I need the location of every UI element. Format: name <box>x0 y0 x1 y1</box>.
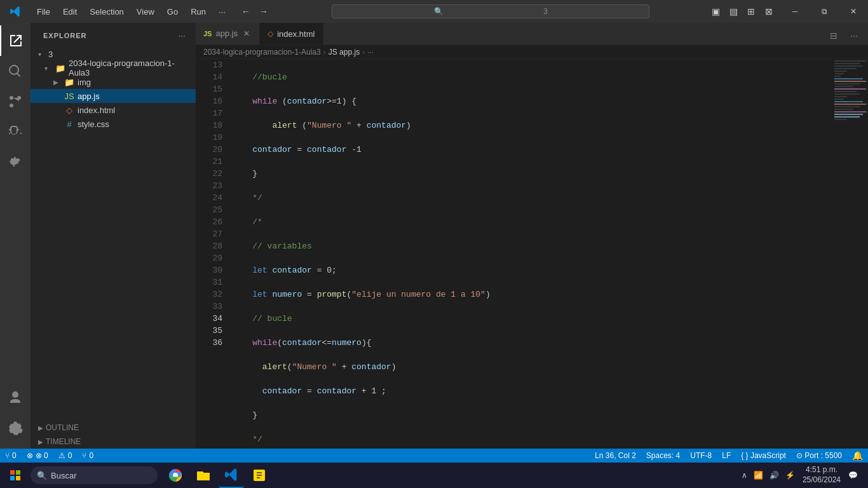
svg-rect-6 <box>834 68 857 69</box>
status-encoding[interactable]: UTF-8 <box>685 451 717 460</box>
svg-rect-27 <box>10 470 15 475</box>
chevron-right-icon: ▶ <box>53 79 64 86</box>
nav-forward[interactable]: → <box>255 3 273 20</box>
menu-more[interactable]: ··· <box>212 0 232 23</box>
status-position[interactable]: Ln 36, Col 2 <box>590 451 641 460</box>
activity-settings[interactable] <box>0 413 31 444</box>
menu-edit[interactable]: Edit <box>57 0 83 23</box>
code-line: alert ("Numero " + contador) <box>233 119 830 132</box>
svg-rect-22 <box>834 109 853 110</box>
svg-rect-14 <box>834 88 866 90</box>
breadcrumb-symbol[interactable]: ··· <box>367 48 374 57</box>
taskbar-search[interactable]: 🔍 Buscar <box>31 466 158 484</box>
activity-bottom <box>0 383 31 449</box>
restore-button[interactable]: ⧉ <box>810 0 839 23</box>
timeline-section[interactable]: ▶ TIMELINE <box>31 435 196 449</box>
taskbar-explorer[interactable] <box>247 463 272 488</box>
activity-search[interactable] <box>0 56 31 86</box>
status-git-changes[interactable]: ⑂ 0 <box>77 449 98 463</box>
code-line: contador = contador -1 <box>233 144 830 156</box>
tray-battery[interactable]: ⚡ <box>783 463 797 488</box>
activity-debug[interactable] <box>0 117 31 147</box>
status-left: ⑂ 0 ⊗ ⊗ 0 ⚠ 0 ⑂ 0 <box>0 449 98 463</box>
status-port[interactable]: ⊙ Port : 5500 <box>791 451 847 460</box>
menu-view[interactable]: View <box>130 0 161 23</box>
tray-chevron[interactable]: ∧ <box>739 463 750 488</box>
svg-point-2 <box>10 96 13 100</box>
sidebar-file-stylecss[interactable]: # style.css <box>31 117 196 131</box>
tray-clock[interactable]: 4:51 p.m. 25/06/2024 <box>799 465 844 485</box>
breadcrumb-folder[interactable]: 2034-logica-programacion-1-Aula3 <box>203 48 321 57</box>
git-branch-icon: ⑂ <box>5 451 10 460</box>
taskbar-chrome[interactable] <box>163 463 188 488</box>
main-area: EXPLORER ··· ▾ 3 ▾ 📁 2034-logica-program… <box>0 23 868 449</box>
tray-volume[interactable]: 🔊 <box>767 463 782 488</box>
titlebar: File Edit Selection View Go Run ··· ← → … <box>0 0 868 23</box>
chevron-down-icon: ▾ <box>38 51 48 58</box>
start-button[interactable] <box>3 463 28 488</box>
tray-network[interactable]: 📶 <box>751 463 766 488</box>
sidebar-file-indexhtml[interactable]: ◇ index.html <box>31 103 196 117</box>
minimize-button[interactable]: ─ <box>780 0 810 23</box>
menu-file[interactable]: File <box>31 0 57 23</box>
menu-run[interactable]: Run <box>184 0 212 23</box>
activity-explorer[interactable] <box>0 25 31 56</box>
menu-go[interactable]: Go <box>161 0 184 23</box>
status-errors[interactable]: ⊗ ⊗ 0 <box>22 449 53 463</box>
warning-icon: ⚠ <box>58 451 65 460</box>
tab-close-appjs[interactable]: ✕ <box>241 29 252 39</box>
tab-appjs[interactable]: JS app.js ✕ <box>196 23 260 44</box>
svg-rect-25 <box>834 116 860 118</box>
menu-selection[interactable]: Selection <box>83 0 130 23</box>
search-input[interactable]: 🔍 3 <box>332 4 649 18</box>
sidebar-title: EXPLORER <box>43 32 175 39</box>
split-editor-btn[interactable]: ⊟ <box>825 27 843 44</box>
status-warnings[interactable]: ⚠ 0 <box>53 449 78 463</box>
code-editor[interactable]: 13 14 15 16 17 18 19 20 21 22 23 24 25 2… <box>196 59 868 449</box>
svg-rect-29 <box>10 476 15 480</box>
status-branch[interactable]: ⑂ 0 <box>0 449 22 463</box>
svg-rect-24 <box>834 114 863 115</box>
svg-rect-30 <box>16 476 20 480</box>
more-actions-btn[interactable]: ··· <box>845 27 863 44</box>
sidebar-folder-main[interactable]: ▾ 📁 2034-logica-programacion-1-Aula3 <box>31 61 196 75</box>
code-line: let contador = 0; <box>233 264 830 276</box>
folder-icon: 📁 <box>55 64 66 73</box>
outline-section[interactable]: ▶ OUTLINE <box>31 421 196 435</box>
css-file-icon: # <box>64 119 75 129</box>
code-line: let numero = prompt("elije un numero de … <box>233 288 830 301</box>
activity-git[interactable] <box>0 86 31 117</box>
layout-panels[interactable]: ▤ <box>724 3 742 20</box>
code-content[interactable]: //bucle while (contador>=1) { alert ("Nu… <box>227 59 830 449</box>
svg-rect-19 <box>834 101 863 102</box>
taskbar: 🔍 Buscar ∧ 📶 🔊 ⚡ 4:51 p.m. 25/06/2024 💬 <box>0 463 868 488</box>
sidebar-more-btn[interactable]: ··· <box>175 29 188 42</box>
tab-bar: JS app.js ✕ ◇ index.html ⊟ ··· <box>196 23 868 45</box>
svg-rect-9 <box>834 76 841 77</box>
close-button[interactable]: ✕ <box>839 0 868 23</box>
tray-notification[interactable]: 💬 <box>846 463 860 488</box>
svg-rect-15 <box>834 91 857 92</box>
status-eol[interactable]: LF <box>717 451 736 460</box>
layout-custom[interactable]: ⊠ <box>760 3 778 20</box>
editor-area: JS app.js ✕ ◇ index.html ⊟ ··· 2034-logi… <box>196 23 868 449</box>
status-bell[interactable]: 🔔 <box>847 451 868 461</box>
status-spaces[interactable]: Spaces: 4 <box>641 451 685 460</box>
activity-account[interactable] <box>0 383 31 413</box>
status-language[interactable]: { } JavaScript <box>736 451 791 460</box>
nav-back[interactable]: ← <box>237 3 255 20</box>
breadcrumb-file[interactable]: JS app.js <box>329 48 360 57</box>
sidebar-file-appjs[interactable]: JS app.js <box>31 89 196 103</box>
tab-indexhtml[interactable]: ◇ index.html <box>260 23 323 44</box>
taskbar-vscode[interactable] <box>219 463 244 488</box>
minimap <box>830 59 868 449</box>
svg-rect-5 <box>834 65 863 67</box>
layout-split[interactable]: ⊞ <box>742 3 760 20</box>
svg-rect-18 <box>834 98 844 100</box>
layout-sidebar[interactable]: ▣ <box>707 3 724 20</box>
svg-rect-20 <box>834 104 866 105</box>
svg-rect-17 <box>834 96 847 97</box>
taskbar-files[interactable] <box>191 463 216 488</box>
activity-extensions[interactable] <box>0 147 31 178</box>
code-line: */ <box>233 433 830 445</box>
